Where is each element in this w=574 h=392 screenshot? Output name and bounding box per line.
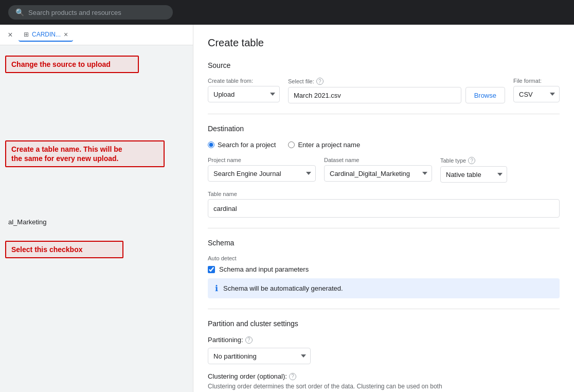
table-name-group: Table name bbox=[208, 191, 560, 218]
radio-enter-project[interactable]: Enter a project name bbox=[288, 141, 360, 149]
auto-detect-label: Auto detect bbox=[208, 255, 560, 261]
project-name-group: Project name Search Engine Journal bbox=[208, 157, 316, 182]
dataset-name-label: Dataset name bbox=[324, 157, 432, 163]
partitioning-select[interactable]: No partitioning bbox=[208, 348, 311, 364]
source-section-title: Source bbox=[208, 61, 560, 69]
table-type-select[interactable]: Native table bbox=[440, 166, 507, 183]
search-icon: 🔍 bbox=[15, 8, 24, 16]
select-file-label: Select file: ? bbox=[288, 78, 505, 85]
schema-section: Schema Auto detect Schema and input para… bbox=[208, 239, 560, 298]
partition-section-title: Partition and cluster settings bbox=[208, 319, 560, 328]
topbar: 🔍 Search products and resources bbox=[0, 0, 574, 25]
clustering-label: Clustering order (optional): ? bbox=[208, 372, 560, 380]
dataset-name-group: Dataset name Cardinal_Digital_Marketing bbox=[324, 157, 432, 182]
destination-section-title: Destination bbox=[208, 124, 560, 133]
tab-cardin[interactable]: ⊞ CARDIN... × bbox=[19, 28, 73, 42]
left-content: Change the source to upload Create a tab… bbox=[0, 45, 193, 392]
table-type-group: Table type ? Native table bbox=[440, 157, 507, 183]
tab-bar: × ⊞ CARDIN... × bbox=[0, 25, 193, 45]
annotation-create-table-name: Create a table name. This will be the sa… bbox=[5, 140, 165, 167]
source-form-row: Create table from: Upload Select file: ?… bbox=[208, 78, 560, 103]
file-format-select[interactable]: CSV bbox=[513, 86, 560, 102]
main-area: × ⊞ CARDIN... × Change the source to upl… bbox=[0, 25, 574, 392]
schema-info-box: ℹ Schema will be automatically generated… bbox=[208, 278, 560, 298]
left-panel: × ⊞ CARDIN... × Change the source to upl… bbox=[0, 25, 193, 392]
search-box[interactable]: 🔍 Search products and resources bbox=[8, 5, 173, 20]
partitioning-help-icon[interactable]: ? bbox=[245, 336, 253, 344]
schema-divider bbox=[208, 309, 560, 309]
destination-section: Destination Search for a project Enter a… bbox=[208, 124, 560, 218]
file-input-row: Browse bbox=[288, 87, 505, 103]
select-file-group: Select file: ? Browse bbox=[288, 78, 505, 103]
select-file-help-icon[interactable]: ? bbox=[316, 78, 324, 85]
browse-button[interactable]: Browse bbox=[465, 87, 505, 103]
radio-enter-input[interactable] bbox=[288, 141, 295, 148]
search-input-placeholder[interactable]: Search products and resources bbox=[28, 9, 121, 16]
info-icon: ℹ bbox=[215, 283, 218, 293]
select-file-input[interactable] bbox=[288, 87, 461, 103]
project-name-label: Project name bbox=[208, 157, 316, 163]
table-type-label: Table type ? bbox=[440, 157, 507, 164]
partition-section: Partition and cluster settings Partition… bbox=[208, 319, 560, 372]
schema-checkbox-label[interactable]: Schema and input parameters bbox=[208, 265, 560, 273]
table-name-label: Table name bbox=[208, 191, 560, 197]
schema-info-text: Schema will be automatically generated. bbox=[223, 284, 343, 292]
radio-search-input[interactable] bbox=[208, 141, 214, 148]
file-format-label: File format: bbox=[513, 78, 560, 84]
schema-checkbox[interactable] bbox=[208, 266, 215, 273]
schema-section-title: Schema bbox=[208, 239, 560, 247]
annotation-change-source: Change the source to upload bbox=[5, 56, 139, 73]
table-name-input[interactable] bbox=[208, 199, 560, 218]
destination-radio-group: Search for a project Enter a project nam… bbox=[208, 141, 560, 149]
tree-item-area: al_Marketing bbox=[8, 218, 185, 226]
panel-title: Create table bbox=[208, 37, 560, 49]
source-section: Source Create table from: Upload Select … bbox=[208, 61, 560, 103]
table-type-help-icon[interactable]: ? bbox=[468, 157, 475, 164]
tree-item: al_Marketing bbox=[8, 216, 46, 228]
right-panel: Create table Source Create table from: U… bbox=[193, 25, 574, 392]
clustering-section: Clustering order (optional): ? Clusterin… bbox=[208, 372, 560, 392]
partitioning-label: Partitioning: ? bbox=[208, 336, 560, 344]
destination-divider bbox=[208, 228, 560, 228]
clustering-desc: Clustering order determines the sort ord… bbox=[208, 382, 560, 392]
radio-search-project[interactable]: Search for a project bbox=[208, 141, 276, 149]
annotation-select-checkbox: Select this checkbox bbox=[5, 241, 123, 258]
tab-icon: ⊞ bbox=[24, 31, 29, 38]
create-from-label: Create table from: bbox=[208, 78, 280, 84]
file-format-group: File format: CSV bbox=[513, 78, 560, 102]
project-name-select[interactable]: Search Engine Journal bbox=[208, 165, 316, 182]
destination-form-row: Project name Search Engine Journal Datas… bbox=[208, 157, 560, 183]
clustering-help-icon[interactable]: ? bbox=[289, 373, 296, 380]
create-from-select[interactable]: Upload bbox=[208, 86, 280, 102]
dataset-name-select[interactable]: Cardinal_Digital_Marketing bbox=[324, 165, 432, 182]
source-divider bbox=[208, 114, 560, 114]
create-from-group: Create table from: Upload bbox=[208, 78, 280, 102]
tab-close-icon[interactable]: × bbox=[64, 30, 68, 39]
global-close-button[interactable]: × bbox=[4, 29, 16, 41]
tab-label: CARDIN... bbox=[32, 31, 61, 38]
